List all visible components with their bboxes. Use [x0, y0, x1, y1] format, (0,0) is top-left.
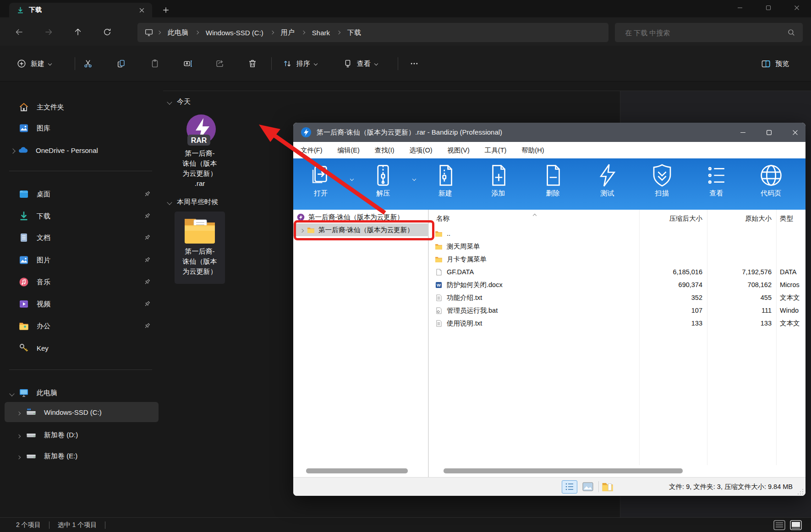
up-button[interactable]	[69, 23, 87, 41]
forward-button[interactable]	[39, 23, 58, 41]
scan-archive-button[interactable]: 扫描	[635, 163, 689, 210]
search-input[interactable]	[615, 23, 803, 42]
paste-button[interactable]	[146, 54, 164, 74]
rar-archive-icon	[297, 213, 305, 221]
codepage-button[interactable]: 代码页	[744, 163, 798, 210]
chevron-down-icon[interactable]	[10, 389, 14, 397]
details-view-icon[interactable]	[773, 520, 785, 530]
archive-row[interactable]: 管理员运行我.bat 107 111 Windo	[429, 304, 806, 317]
scrollbar-thumb[interactable]	[444, 468, 683, 473]
sidebar-item-office-folder[interactable]: 办公	[5, 316, 159, 336]
archive-row[interactable]: 测天周菜单	[429, 240, 806, 253]
details-view-button[interactable]	[562, 480, 577, 494]
sidebar-item-key[interactable]: Key	[5, 338, 159, 358]
menu-find[interactable]: 查找(I)	[375, 146, 395, 155]
sidebar-item-gallery[interactable]: 图库	[5, 118, 159, 138]
archive-row[interactable]: GF.DATA 6,185,016 7,192,576 DATA	[429, 266, 806, 278]
sidebar-item-drive-e[interactable]: 新加卷 (E:)	[5, 446, 159, 466]
open-folder-icon[interactable]	[602, 481, 614, 492]
copy-button[interactable]	[112, 54, 131, 74]
chevron-right-icon[interactable]	[17, 408, 20, 416]
scrollbar-thumb[interactable]	[306, 468, 408, 473]
breadcrumb-item[interactable]: Windows-SSD (C:)	[202, 27, 267, 38]
file-item-rar[interactable]: RAR 第一后裔- 诛仙（版本 为云更新） .rar	[175, 110, 225, 189]
menu-tools[interactable]: 工具(T)	[485, 146, 507, 155]
menu-options[interactable]: 选项(O)	[410, 146, 433, 155]
sidebar-item-drive-c[interactable]: Windows-SSD (C:)	[5, 402, 159, 422]
refresh-button[interactable]	[98, 23, 116, 41]
menu-file[interactable]: 文件(F)	[301, 146, 323, 155]
new-archive-button[interactable]: 新建	[420, 163, 471, 210]
back-button[interactable]	[10, 23, 28, 41]
breadcrumb-item[interactable]: Shark	[308, 27, 334, 38]
column-header-type[interactable]: 类型	[776, 214, 806, 223]
breadcrumb-item[interactable]: 此电脑	[164, 27, 192, 39]
sidebar-item-pictures[interactable]: 图片	[5, 250, 159, 270]
maximize-button[interactable]	[754, 0, 783, 16]
new-tab-button[interactable]	[159, 4, 172, 16]
bandizip-title-bar[interactable]: 第一后裔-诛仙（版本为云更新）.rar - Bandizip (Professi…	[293, 123, 806, 142]
bandizip-close-button[interactable]	[784, 123, 806, 142]
delete-files-button[interactable]: 删除	[526, 163, 580, 210]
sidebar-item-this-pc[interactable]: 此电脑	[5, 383, 159, 403]
menu-help[interactable]: 帮助(H)	[521, 146, 544, 155]
preview-toggle-button[interactable]: 预览	[755, 54, 795, 74]
column-header-original[interactable]: 原始大小	[707, 214, 776, 223]
resize-grip[interactable]	[797, 488, 804, 494]
breadcrumb-item[interactable]: 下载	[344, 27, 365, 39]
more-options-button[interactable]	[404, 54, 424, 74]
delete-button[interactable]	[243, 54, 262, 74]
sidebar-item-drive-d[interactable]: 新加卷 (D:)	[5, 425, 159, 445]
bandizip-maximize-button[interactable]	[758, 123, 779, 142]
tree-horizontal-scrollbar[interactable]	[293, 465, 428, 477]
extract-dropdown-chevron[interactable]	[409, 163, 420, 210]
add-files-button[interactable]: 添加	[471, 163, 526, 210]
explorer-tab-downloads[interactable]: 下载	[9, 3, 152, 17]
sidebar-item-desktop[interactable]: 桌面	[5, 184, 159, 204]
chevron-right-icon[interactable]	[17, 431, 20, 439]
chevron-right-icon[interactable]	[17, 452, 20, 460]
chevron-right-icon[interactable]	[11, 147, 15, 154]
group-header-today[interactable]: 今天	[168, 98, 191, 106]
breadcrumb[interactable]: 此电脑 Windows-SSD (C:) 用户 Shark 下载	[137, 23, 608, 42]
new-button[interactable]: 新建	[11, 54, 57, 74]
sidebar-item-downloads[interactable]: 下载	[5, 206, 159, 226]
sidebar-item-documents[interactable]: 文档	[5, 228, 159, 248]
column-header-compressed[interactable]: 压缩后大小	[639, 214, 707, 223]
list-horizontal-scrollbar[interactable]	[429, 465, 806, 477]
tab-close-button[interactable]	[137, 5, 147, 15]
thumbnail-view-icon[interactable]	[790, 520, 802, 530]
archive-row[interactable]: ..	[429, 227, 806, 240]
archive-row[interactable]: 使用说明.txt 133 133 文本文	[429, 317, 806, 330]
sidebar-item-videos[interactable]: 视频	[5, 294, 159, 314]
cut-button[interactable]	[79, 54, 97, 74]
close-window-button[interactable]	[783, 0, 811, 16]
sidebar-item-onedrive[interactable]: OneDrive - Personal	[5, 140, 159, 160]
breadcrumb-item[interactable]: 用户	[277, 27, 298, 39]
bandizip-minimize-button[interactable]	[732, 123, 753, 142]
sidebar-item-home[interactable]: 主文件夹	[5, 97, 159, 117]
search-box[interactable]	[615, 23, 803, 42]
thumbnail-view-button[interactable]	[580, 480, 596, 494]
open-archive-button[interactable]: 打开	[295, 163, 346, 210]
file-item-folder-selected[interactable]: 第一后裔- 诛仙（版本 为云更新）	[175, 212, 225, 284]
sidebar-item-music[interactable]: 音乐	[5, 272, 159, 292]
archive-row[interactable]: W防护如何关闭.docx 690,374 708,162 Micros	[429, 278, 806, 291]
view-file-button[interactable]: 查看	[689, 163, 744, 210]
sort-button[interactable]: 排序	[278, 54, 322, 74]
group-header-earlier[interactable]: 本周早些时候	[168, 198, 218, 206]
extract-button[interactable]: 解压	[357, 163, 409, 210]
bandizip-window[interactable]: 第一后裔-诛仙（版本为云更新）.rar - Bandizip (Professi…	[293, 123, 806, 496]
rename-button[interactable]	[179, 54, 197, 74]
menu-edit[interactable]: 编辑(E)	[338, 146, 360, 155]
view-button[interactable]: 查看	[338, 54, 382, 74]
archive-row[interactable]: 功能介绍.txt 352 455 文本文	[429, 291, 806, 304]
menu-view[interactable]: 视图(V)	[447, 146, 469, 155]
archive-row[interactable]: 月卡专属菜单	[429, 253, 806, 266]
minimize-button[interactable]	[726, 0, 754, 16]
open-dropdown-chevron[interactable]	[346, 163, 357, 210]
test-archive-button[interactable]: 测试	[580, 163, 635, 210]
batch-file-icon	[435, 307, 443, 314]
share-button[interactable]	[211, 54, 229, 74]
copy-icon	[116, 59, 126, 69]
